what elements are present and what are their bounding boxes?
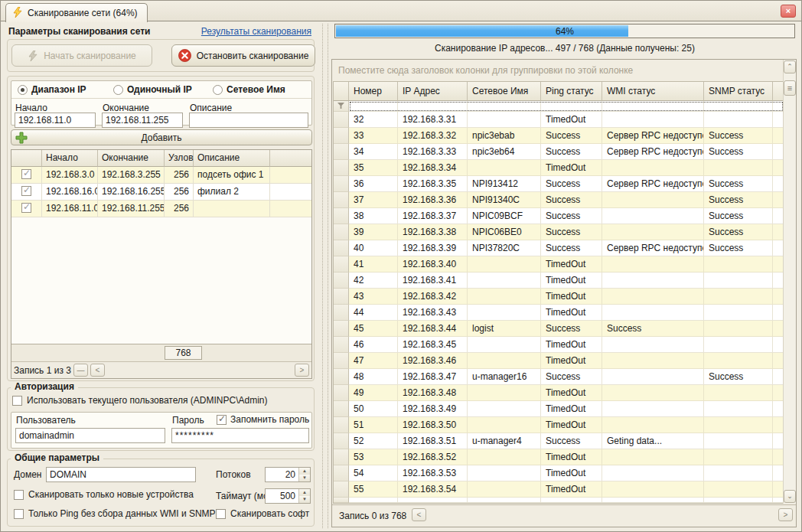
filter-number[interactable] <box>349 101 398 112</box>
scroll-down-icon[interactable]: ⌄ <box>784 490 796 503</box>
header-description[interactable]: Описание <box>194 150 270 167</box>
remove-range-button[interactable]: — <box>73 364 88 377</box>
remember-password-checkbox[interactable] <box>217 415 227 425</box>
scan-row[interactable]: 44192.168.3.43TimedOut <box>334 305 784 321</box>
header-start[interactable]: Начало <box>42 150 98 167</box>
radio-ip-range[interactable]: Диапазон IP <box>18 84 113 95</box>
radio-single-ip-control[interactable] <box>113 85 123 95</box>
scan-row[interactable]: 53192.168.3.52TimedOut <box>334 449 784 465</box>
header-ping-status[interactable]: Ping статус <box>541 82 602 101</box>
header-checkbox-column[interactable] <box>11 150 42 167</box>
remember-password-option[interactable]: Запомнить пароль <box>217 414 309 425</box>
radio-network-name-control[interactable] <box>213 85 223 95</box>
scan-row[interactable]: 42192.168.3.41TimedOut <box>334 273 784 289</box>
use-current-user-option[interactable]: Использовать текущего пользователя (ADMI… <box>12 395 268 406</box>
add-range-button[interactable]: Добавить <box>11 129 312 145</box>
scan-row[interactable]: 49192.168.3.48TimedOut <box>334 385 784 401</box>
use-current-user-checkbox[interactable] <box>12 396 22 406</box>
start-scan-button[interactable]: Начать сканирование <box>11 44 152 67</box>
tab-network-scan[interactable]: Сканирование сети (64%) <box>5 3 148 22</box>
scan-next-button[interactable]: > <box>778 508 793 521</box>
scan-grid-scrollbar[interactable]: ⌃ ≡ ⌄ <box>783 60 796 504</box>
end-ip-input[interactable]: 192.168.11.255 <box>102 113 183 128</box>
ranges-next-button[interactable]: > <box>295 364 309 377</box>
radio-single-ip[interactable]: Одиночный IP <box>113 84 213 95</box>
scan-row[interactable]: 51192.168.3.50TimedOut <box>334 417 784 433</box>
scan-row[interactable]: 39192.168.3.38NPIC06BE0SuccessSuccess <box>334 224 784 240</box>
row-indicator <box>334 224 349 240</box>
password-label: Пароль <box>172 415 204 426</box>
ranges-prev-button[interactable]: < <box>90 364 105 377</box>
cell-ip: 192.168.3.40 <box>398 256 468 273</box>
scan-new-only-option[interactable]: Сканировать только новые устройства <box>14 489 194 500</box>
start-ip-input[interactable]: 192.168.11.0 <box>15 113 96 128</box>
column-menu-icon[interactable]: ≡ <box>784 80 796 96</box>
filter-row[interactable] <box>334 101 784 112</box>
scan-prev-button[interactable]: < <box>412 508 426 521</box>
filter-network-name[interactable] <box>468 101 541 112</box>
header-nodes[interactable]: Узлов <box>165 150 194 167</box>
header-ip[interactable]: IP Адрес <box>398 82 468 101</box>
scan-row[interactable]: 40192.168.3.39NPI37820CSuccessСервер RPC… <box>334 240 784 256</box>
scan-row[interactable]: 47192.168.3.46TimedOut <box>334 353 784 369</box>
scan-row[interactable]: 46192.168.3.45TimedOut <box>334 337 784 353</box>
scan-row[interactable]: 50192.168.3.49TimedOut <box>334 401 784 417</box>
description-input[interactable] <box>189 113 308 128</box>
header-wmi-status[interactable]: WMI статус <box>602 82 704 101</box>
scan-new-only-checkbox[interactable] <box>14 490 24 500</box>
ping-only-option[interactable]: Только Ping без сбора данных WMI и SNMP <box>14 508 216 519</box>
scan-row[interactable]: 33192.168.3.32npic3ebabSuccessСервер RPC… <box>334 128 784 144</box>
scan-row[interactable]: 54192.168.3.53TimedOut <box>334 465 784 481</box>
panel-splitter[interactable] <box>322 24 328 528</box>
password-input[interactable]: ********* <box>171 428 309 443</box>
timeout-value[interactable]: 500 <box>266 489 298 503</box>
scan-row[interactable]: 38192.168.3.37NPIC09BCFSuccessSuccess <box>334 208 784 224</box>
scan-soft-option[interactable]: Сканировать софт <box>216 508 309 519</box>
range-row[interactable]: 192.168.11.0192.168.11.255256 <box>11 201 311 217</box>
range-enabled-checkbox[interactable] <box>21 169 31 179</box>
filter-ip[interactable] <box>398 101 468 112</box>
scan-row[interactable]: 35192.168.3.34TimedOut <box>334 160 784 176</box>
stop-scan-button[interactable]: Остановить сканирование <box>171 44 315 67</box>
cell-ping-status: Success <box>541 192 602 208</box>
scan-row[interactable]: 55192.168.3.54TimedOut <box>334 481 784 498</box>
scan-row[interactable]: 43192.168.3.42TimedOut <box>334 289 784 305</box>
header-end[interactable]: Окончание <box>98 150 165 167</box>
ping-only-checkbox[interactable] <box>14 509 24 519</box>
range-row[interactable]: 192.168.3.0192.168.3.255256подсеть офис … <box>11 167 311 184</box>
username-input[interactable]: domainadmin <box>15 428 165 443</box>
range-enabled-checkbox[interactable] <box>21 186 31 196</box>
range-row[interactable]: 192.168.16.0192.168.16.255256филиал 2 <box>11 184 311 201</box>
timeout-down-icon[interactable]: ▼ <box>299 496 310 503</box>
threads-spinner[interactable]: 20 ▲▼ <box>265 467 311 482</box>
timeout-up-icon[interactable]: ▲ <box>299 489 310 496</box>
threads-value[interactable]: 20 <box>266 468 298 481</box>
cell-wmi-status <box>602 481 704 498</box>
scan-row[interactable]: 36192.168.3.35NPI913412SuccessСервер RPC… <box>334 176 784 192</box>
scan-row[interactable]: 48192.168.3.47u-manager16SuccessSuccess <box>334 369 784 385</box>
header-snmp-status[interactable]: SNMP статус <box>704 82 773 101</box>
header-number[interactable]: Номер <box>349 82 398 101</box>
filter-wmi[interactable] <box>602 101 704 112</box>
scroll-up-icon[interactable]: ⌃ <box>784 60 796 73</box>
scan-row[interactable]: 32192.168.3.31TimedOut <box>334 112 784 128</box>
scan-row[interactable]: 52192.168.3.51u-manager4SuccessGeting da… <box>334 433 784 449</box>
filter-snmp[interactable] <box>704 101 773 112</box>
close-icon[interactable]: × <box>781 5 796 18</box>
progress-percent-label: 64% <box>335 26 794 37</box>
results-link[interactable]: Результаты сканирования <box>201 26 311 37</box>
filter-ping[interactable] <box>541 101 602 112</box>
timeout-spinner[interactable]: 500 ▲▼ <box>265 488 311 504</box>
threads-up-icon[interactable]: ▲ <box>299 468 310 475</box>
scan-soft-checkbox[interactable] <box>216 509 226 519</box>
radio-network-name[interactable]: Сетевое Имя <box>213 84 285 95</box>
scan-row[interactable]: 34192.168.3.33npic3eb64SuccessСервер RPC… <box>334 144 784 160</box>
scan-row[interactable]: 37192.168.3.36NPI91340CSuccessSuccess <box>334 192 784 208</box>
threads-down-icon[interactable]: ▼ <box>299 475 310 481</box>
scan-row[interactable]: 41192.168.3.40TimedOut <box>334 256 784 273</box>
domain-input[interactable]: DOMAIN <box>46 467 196 482</box>
range-enabled-checkbox[interactable] <box>21 203 31 213</box>
radio-ip-range-control[interactable] <box>18 85 28 95</box>
scan-row[interactable]: 45192.168.3.44logistSuccessSuccess <box>334 321 784 337</box>
header-network-name[interactable]: Сетевое Имя <box>468 82 541 101</box>
